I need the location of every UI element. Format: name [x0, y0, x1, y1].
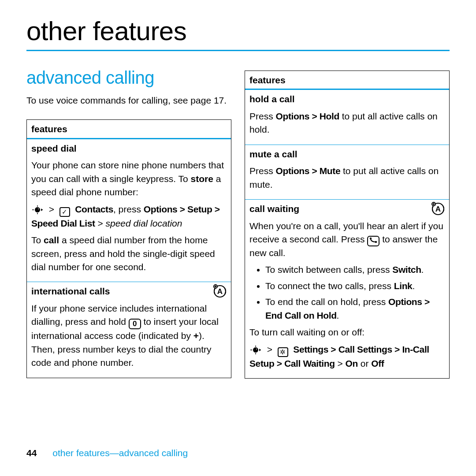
menu-path: Link: [394, 281, 413, 291]
menu-path: On: [346, 358, 358, 368]
text: To end the call on hold, press: [265, 297, 388, 307]
svg-text:A: A: [435, 205, 441, 213]
feature-name: speed dial: [31, 142, 227, 155]
feature-name: international calls: [31, 285, 227, 298]
network-operator-icon: A: [431, 201, 446, 217]
menu-path: Switch: [392, 264, 421, 275]
text-italic: speed dial location: [105, 218, 182, 228]
text: Press: [249, 111, 276, 121]
text-bold: call: [44, 235, 59, 245]
feature-mute-call: mute a call Press Options > Mute to put …: [245, 145, 449, 199]
intro-text: To use voice commands for calling, see p…: [26, 94, 231, 107]
manual-page: other features advanced calling To use v…: [0, 0, 476, 476]
left-column: advanced calling To use voice commands f…: [26, 68, 231, 379]
send-key-icon: [367, 236, 379, 246]
title-rule: [26, 50, 450, 51]
feature-name: call waiting: [249, 202, 445, 216]
svg-point-2: [38, 208, 39, 209]
section-title: advanced calling: [26, 68, 231, 88]
text: a speed dial number from the home screen…: [31, 235, 215, 272]
nav-dot-icon: [31, 204, 46, 214]
contacts-app-icon: ✓: [60, 207, 70, 217]
settings-app-icon: ✲: [278, 347, 288, 357]
svg-point-17: [256, 349, 257, 350]
network-operator-icon: A: [212, 284, 227, 299]
feature-name: mute a call: [249, 148, 445, 161]
text-bold: store: [190, 174, 213, 184]
zero-key-icon: 0: [129, 319, 141, 329]
mute-desc: Press Options > Mute to put all active c…: [249, 164, 445, 191]
page-footer: 44 other features—advanced calling: [26, 448, 188, 458]
text: >: [95, 218, 106, 228]
svg-point-15: [253, 347, 258, 353]
svg-text:A: A: [217, 287, 223, 296]
feature-hold-call: hold a call Press Options > Hold to put …: [245, 90, 449, 144]
text: , press: [113, 204, 144, 214]
feature-name: hold a call: [249, 93, 445, 106]
breadcrumb: other features—advanced calling: [52, 448, 188, 458]
list-item: To end the call on hold, press Options >…: [265, 295, 445, 322]
features-header: features: [245, 71, 449, 90]
features-box-right: features hold a call Press Options > Hol…: [245, 71, 450, 379]
speed-dial-path: > ✓ Contacts, press Options > Setup > Sp…: [31, 203, 227, 230]
cw-desc: When you're on a call, you'll hear an al…: [249, 219, 445, 260]
text-bold: +: [193, 331, 199, 341]
svg-point-14: [375, 241, 377, 243]
cw-bullets: To switch between calls, press Switch. T…: [249, 263, 445, 322]
feature-speed-dial: speed dial Your phone can store nine pho…: [27, 139, 231, 282]
text: Press: [249, 166, 276, 176]
feature-international-calls: international calls A If your phone serv…: [27, 282, 231, 377]
speed-dial-desc: Your phone can store nine phone numbers …: [31, 159, 227, 199]
hold-desc: Press Options > Hold to put all active c…: [249, 110, 445, 137]
svg-point-13: [370, 238, 372, 239]
page-title: other features: [26, 16, 450, 46]
list-item: To connect the two calls, press Link.: [265, 279, 445, 293]
svg-marker-16: [259, 349, 261, 351]
cw-toggle-intro: To turn call waiting on or off:: [249, 326, 445, 339]
features-header: features: [27, 120, 231, 139]
menu-path: Options > Mute: [276, 166, 341, 176]
list-item: To switch between calls, press Switch.: [265, 263, 445, 276]
text: >: [335, 358, 346, 368]
text: .: [337, 310, 339, 320]
text: .: [421, 264, 424, 275]
cw-path: > ✲ Settings > Call Settings > In-Call S…: [249, 343, 445, 370]
menu-path: Off: [371, 358, 384, 368]
speed-dial-call: To call a speed dial number from the hom…: [31, 234, 227, 274]
menu-path: Options > Hold: [276, 111, 339, 121]
text: or: [358, 358, 371, 368]
svg-point-0: [35, 207, 40, 212]
text: To connect the two calls, press: [265, 281, 394, 291]
text: To switch between calls, press: [265, 264, 392, 275]
menu-path: Contacts: [75, 204, 113, 214]
intl-desc: If your phone service includes internati…: [31, 302, 227, 370]
text: .: [412, 281, 415, 291]
text: To: [31, 235, 44, 245]
page-number: 44: [26, 448, 37, 458]
svg-marker-1: [41, 208, 43, 211]
two-column-layout: advanced calling To use voice commands f…: [26, 68, 450, 379]
right-column: features hold a call Press Options > Hol…: [245, 68, 450, 379]
nav-dot-icon: [249, 344, 264, 354]
feature-call-waiting: call waiting A When you're on a call, yo…: [245, 199, 449, 378]
features-box-left: features speed dial Your phone can store…: [26, 119, 231, 378]
